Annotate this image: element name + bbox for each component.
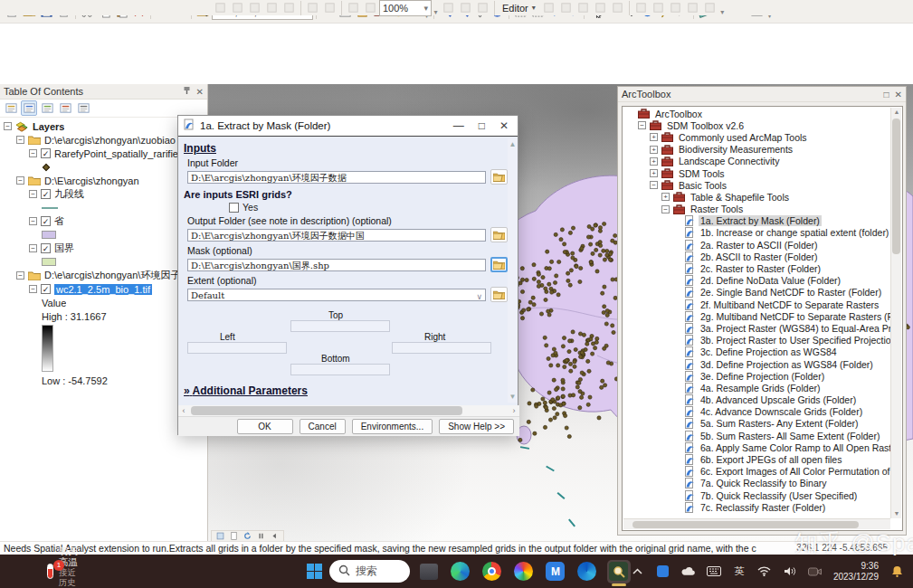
chevron-up-icon[interactable] [631, 564, 645, 579]
toolbox-item[interactable]: 2c. Raster to Raster (Folder) [623, 262, 890, 274]
toolbox-item-label[interactable]: 5b. Sum Rasters- All Same Extent (Folder… [699, 431, 881, 441]
toolbox-item[interactable]: 2a. Raster to ASCII (Folder) [623, 239, 890, 251]
toolbox-item-label[interactable]: 7b. Quick Reclassify (User Specified) [699, 490, 859, 501]
extent-top-field[interactable] [290, 320, 390, 332]
toolbox-item[interactable]: 4c. Advance Downscale Grids (Folder) [623, 406, 890, 418]
toolbox-item[interactable]: 3e. Define Projection (Folder) [623, 370, 890, 382]
sketch-line-button[interactable] [575, 0, 592, 16]
dialog-maximize-button[interactable]: □ [479, 119, 485, 132]
toolbox-item-label[interactable]: 2g. Multiband NetCDF to Separate Rasters… [699, 311, 890, 322]
toolbox-item-label[interactable]: SDM Tools [677, 168, 727, 179]
toolbox-item-label[interactable]: 4a. Resample Grids (Folder) [699, 383, 822, 394]
toc-tree-item[interactable]: −✓wc2.1_2.5m_bio_1.tif [2, 282, 207, 296]
toolbox-item[interactable]: 2g. Multiband NetCDF to Separate Rasters… [623, 310, 890, 322]
pause-button[interactable] [255, 531, 267, 541]
tree-expander-icon[interactable]: − [16, 136, 24, 144]
toolbox-item[interactable]: −SDM Toolbox v2.6 [623, 119, 890, 131]
list-by-drawing-order-button[interactable] [3, 100, 19, 116]
layout-view-button[interactable] [228, 531, 240, 541]
wifi-icon[interactable] [757, 564, 772, 579]
path-input[interactable]: D:\E\arcgis\zhongyan\国界.shp [187, 259, 486, 271]
tree-expander-icon[interactable]: − [29, 217, 37, 225]
arctoolbox-hscrollbar[interactable] [623, 518, 890, 529]
toolbox-item-label[interactable]: 2c. Raster to Raster (Folder) [699, 263, 823, 274]
list-by-visibility-button[interactable] [39, 100, 55, 116]
toolbox-item[interactable]: 7b. Quick Reclassify (User Specified) [623, 489, 890, 501]
layer-label[interactable]: wc2.1_2.5m_bio_1.tif [54, 284, 152, 295]
page-2-button[interactable] [457, 0, 474, 16]
zoom-prev-button[interactable] [345, 0, 362, 16]
georef-3-button[interactable] [246, 0, 263, 16]
options-button[interactable] [75, 100, 91, 116]
tree-expander-icon[interactable]: − [29, 285, 37, 293]
toolbox-item[interactable]: +Landscape Connectivity [623, 156, 890, 167]
tree-expander-icon[interactable]: − [661, 205, 670, 213]
scroll-left-icon[interactable]: ‹ [178, 406, 189, 415]
volume-icon[interactable] [783, 564, 797, 579]
sketch-polygon-button[interactable] [592, 0, 609, 16]
dialog-vertical-scrollbar[interactable]: ▲ ▼ [508, 138, 518, 403]
browse-folder-button[interactable] [490, 257, 508, 272]
toolbox-item-label[interactable]: 7c. Reclassify Raster (Folder) [699, 502, 827, 513]
arctoolbox-close-icon[interactable]: ✕ [895, 90, 902, 100]
layer-checkbox[interactable]: ✓ [41, 284, 51, 294]
tree-expander-icon[interactable]: − [29, 244, 37, 252]
toolbox-item-label[interactable]: Commonly used ArcMap Tools [677, 132, 809, 143]
toolbox-item[interactable]: 6c. Export Images of All Color Permutati… [623, 466, 890, 478]
camera-icon[interactable] [808, 564, 823, 579]
toolbox-item[interactable]: 5b. Sum Rasters- All Same Extent (Folder… [623, 430, 890, 441]
tree-expander-icon[interactable]: + [661, 193, 670, 201]
layer-checkbox[interactable]: ✓ [41, 148, 51, 158]
toolbox-item-label[interactable]: 1b. Increase or change spatial extent (f… [699, 227, 890, 238]
path-input[interactable]: D:\E\arcgis\zhongyan\环境因子数据中国 [187, 229, 486, 242]
tree-expander-icon[interactable]: + [650, 146, 658, 154]
toolbox-item[interactable]: 3d. Define Projection as WGS84 (Folder) [623, 358, 890, 370]
dialog-close-button[interactable]: ✕ [499, 119, 509, 132]
toolbox-item[interactable]: −Basic Tools [623, 179, 890, 191]
toolbox-item-label[interactable]: 7a. Quick Reclassify to Binary [699, 478, 828, 488]
edit-t3-button[interactable] [667, 0, 684, 16]
page-1-button[interactable] [440, 0, 457, 16]
toolbox-item-label[interactable]: 5a. Sum Rasters- Any Extent (Folder) [699, 418, 860, 429]
layer-label[interactable]: 九段线 [54, 187, 84, 201]
show-help-button[interactable]: Show Help >> [439, 419, 514, 434]
toolbox-item[interactable]: 5a. Sum Rasters- Any Extent (Folder) [623, 418, 890, 430]
back-button[interactable] [269, 531, 281, 541]
toolbox-item[interactable]: 3c. Define Projection as WGS84 [623, 346, 890, 358]
tree-expander-icon[interactable]: − [650, 181, 658, 189]
edge-blue-taskbar-button[interactable] [575, 560, 599, 583]
toolbox-item-label[interactable]: 2f. Multiband NetCDF to Separate Rasters [699, 299, 880, 310]
toolbox-item-label[interactable]: ArcToolbox [653, 109, 704, 119]
pin-icon[interactable] [183, 86, 191, 97]
toolbox-item[interactable]: 4b. Advanced Upscale Grids (Folder) [623, 394, 890, 406]
edit-t5-button[interactable] [701, 0, 718, 16]
toolbox-item-label[interactable]: 4c. Advance Downscale Grids (Folder) [699, 406, 864, 417]
toolbox-item[interactable]: 7c. Reclassify Raster (Folder) [623, 501, 890, 513]
start-button[interactable] [307, 560, 322, 583]
scroll-down-icon[interactable]: ▼ [891, 509, 902, 518]
sketch-pencil-button[interactable] [557, 0, 575, 16]
toolbox-item[interactable]: 2d. Define NoData Value (Folder) [623, 275, 890, 287]
arctoolbox-float-icon[interactable]: □ [884, 90, 889, 100]
toolbox-item[interactable]: +Table & Shapefile Tools [623, 191, 890, 203]
refresh-button[interactable] [242, 531, 253, 541]
layer-checkbox[interactable]: ✓ [41, 243, 51, 253]
toolbox-item[interactable]: +Commonly used ArcMap Tools [623, 131, 890, 143]
yes-checkbox[interactable] [229, 203, 239, 213]
toolbox-item-label[interactable]: 2b. ASCII to Raster (Folder) [699, 251, 820, 262]
file-explorer-taskbar-button[interactable] [417, 560, 441, 583]
layer-label[interactable]: Layers [33, 121, 64, 132]
layout-grid-1-button[interactable] [304, 0, 321, 16]
browse-folder-button[interactable] [490, 287, 508, 302]
toc-close-icon[interactable]: ✕ [196, 87, 204, 97]
layer-label[interactable]: D:\E\arcgis\zhongyan [44, 175, 139, 186]
toc-tree-item[interactable]: −D:\E\arcgis\zhongyan [2, 174, 207, 187]
cancel-button[interactable]: Cancel [300, 419, 346, 434]
georef-5-button[interactable] [281, 0, 298, 16]
list-by-source-button[interactable] [21, 100, 37, 116]
toolbox-item-label[interactable]: 3a. Project Raster (WGS84) to Equal-Area… [699, 323, 890, 334]
toolbox-item[interactable]: 1b. Increase or change spatial extent (f… [623, 227, 890, 239]
toolbox-item-label[interactable]: 2d. Define NoData Value (Folder) [699, 275, 842, 286]
browse-folder-button[interactable] [490, 227, 508, 242]
taskbar-clock[interactable]: 9:362023/12/29 [833, 561, 879, 583]
